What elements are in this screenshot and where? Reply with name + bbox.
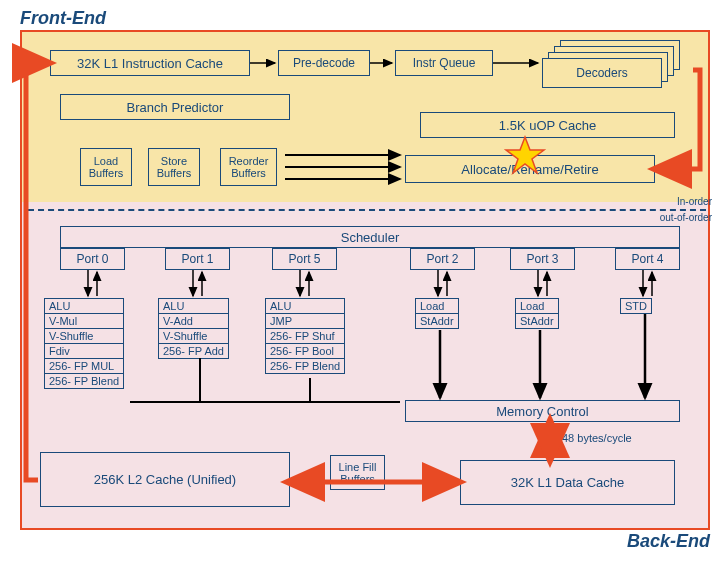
- out-of-order-label: out-of-order: [660, 212, 712, 223]
- memory-control: Memory Control: [405, 400, 680, 422]
- port-1: Port 1: [165, 248, 230, 270]
- l1i-cache: 32K L1 Instruction Cache: [50, 50, 250, 76]
- port1-units: ALU V-Add V-Shuffle 256- FP Add: [158, 298, 229, 358]
- port-0: Port 0: [60, 248, 125, 270]
- instr-queue: Instr Queue: [395, 50, 493, 76]
- frontend-title: Front-End: [20, 8, 106, 29]
- port0-units: ALU V-Mul V-Shuffle Fdiv 256- FP MUL 256…: [44, 298, 124, 388]
- decoders-stack: Decoders: [540, 40, 690, 95]
- port5-units: ALU JMP 256- FP Shuf 256- FP Bool 256- F…: [265, 298, 345, 373]
- port-2: Port 2: [410, 248, 475, 270]
- reorder-buffers: Reorder Buffers: [220, 148, 277, 186]
- port4-units: STD: [620, 298, 652, 313]
- uop-cache: 1.5K uOP Cache: [420, 112, 675, 138]
- port3-units: Load StAddr: [515, 298, 559, 328]
- allocate-rename-retire: Allocate/Rename/Retire: [405, 155, 655, 183]
- port-4: Port 4: [615, 248, 680, 270]
- branch-predictor: Branch Predictor: [60, 94, 290, 120]
- divider-dashed: [28, 209, 706, 211]
- scheduler: Scheduler: [60, 226, 680, 248]
- port2-units: Load StAddr: [415, 298, 459, 328]
- bandwidth-label: 48 bytes/cycle: [562, 432, 632, 444]
- l2-cache: 256K L2 Cache (Unified): [40, 452, 290, 507]
- l1d-cache: 32K L1 Data Cache: [460, 460, 675, 505]
- port-3: Port 3: [510, 248, 575, 270]
- predecode: Pre-decode: [278, 50, 370, 76]
- load-buffers: Load Buffers: [80, 148, 132, 186]
- in-order-label: In-order: [677, 196, 712, 207]
- backend-title: Back-End: [627, 531, 710, 552]
- store-buffers: Store Buffers: [148, 148, 200, 186]
- line-fill-buffers: Line Fill Buffers: [330, 455, 385, 490]
- port-5: Port 5: [272, 248, 337, 270]
